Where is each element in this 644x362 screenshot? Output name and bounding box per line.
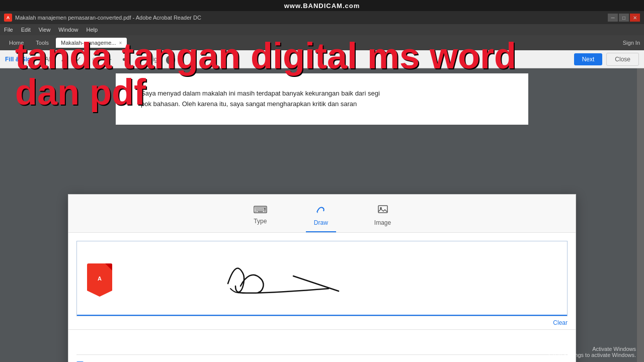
minimize-button[interactable]: ─ <box>608 14 618 22</box>
pdf-area: Saya menyad dalam makalah ini masih terd… <box>0 68 644 362</box>
svg-rect-0 <box>378 206 387 213</box>
overlay-line1: tanda tangan digital ms word <box>15 38 516 74</box>
canvas-bottom-line <box>77 315 567 316</box>
dialog-tabs: ⌨ Type Draw <box>68 195 576 233</box>
close-button[interactable]: ✕ <box>630 14 640 22</box>
clear-area: Clear <box>68 316 576 330</box>
signature-drawing <box>137 248 389 309</box>
scrollbar-right[interactable] <box>637 68 644 362</box>
overlay-text: tanda tangan digital ms word dan pdf <box>15 38 516 110</box>
maximize-button[interactable]: □ <box>619 14 629 22</box>
overlay-line2: dan pdf <box>15 74 516 110</box>
signature-dialog: ⌨ Type Draw <box>68 194 576 362</box>
activate-line1: Activate Windows <box>548 346 636 352</box>
tab-image[interactable]: Image <box>366 201 399 232</box>
adobe-icon: A <box>87 263 112 294</box>
app-icon: A <box>4 14 12 22</box>
window-controls: ─ □ ✕ <box>608 14 640 22</box>
menu-window[interactable]: Window <box>58 27 78 33</box>
menu-edit[interactable]: Edit <box>21 27 31 33</box>
clear-button[interactable]: Clear <box>553 319 568 326</box>
activate-windows-notice: Activate Windows Go to Settings to activ… <box>548 346 636 358</box>
tab-type[interactable]: ⌨ Type <box>245 201 276 232</box>
save-signature-area: Save signature <box>68 355 576 362</box>
menu-bar: File Edit View Window Help <box>0 24 644 35</box>
menu-file[interactable]: File <box>4 27 13 33</box>
tab-draw[interactable]: Draw <box>306 201 336 232</box>
tab-draw-label: Draw <box>314 219 328 226</box>
type-icon: ⌨ <box>253 204 268 216</box>
signature-canvas[interactable]: A <box>76 241 568 316</box>
title-bar: A Makalah manajemen pemasaran-converted.… <box>0 11 644 24</box>
activate-line2: Go to Settings to activate Windows. <box>548 352 636 358</box>
tab-type-label: Type <box>254 218 267 225</box>
next-button[interactable]: Next <box>574 53 603 65</box>
menu-view[interactable]: View <box>39 27 51 33</box>
sign-in-label[interactable]: Sign In <box>623 40 640 46</box>
tab-bar-right: Sign In <box>623 40 640 46</box>
menu-help[interactable]: Help <box>86 27 98 33</box>
window-title: Makalah manajemen pemasaran-converted.pd… <box>15 15 605 21</box>
close-toolbar-button[interactable]: Close <box>606 53 639 66</box>
name-input-area <box>76 330 568 355</box>
draw-icon <box>315 204 327 217</box>
bandicam-bar: www.BANDICAM.com <box>0 0 644 11</box>
bandicam-url: www.BANDICAM.com <box>284 2 360 10</box>
tab-image-label: Image <box>374 219 391 226</box>
image-icon <box>377 204 388 217</box>
